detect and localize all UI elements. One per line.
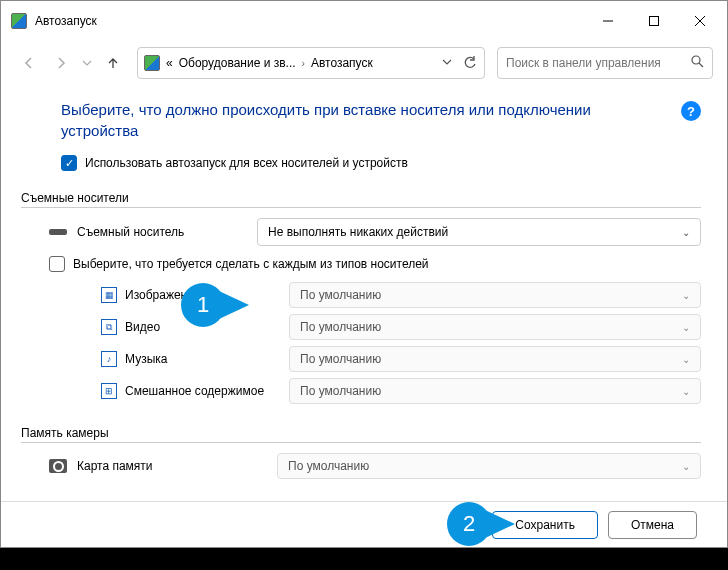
mixed-icon: ⊞ bbox=[101, 383, 117, 399]
chevron-down-icon: ⌄ bbox=[682, 322, 690, 333]
use-autoplay-checkbox[interactable]: ✓ bbox=[61, 155, 77, 171]
close-button[interactable] bbox=[677, 5, 723, 37]
music-dropdown[interactable]: По умолчанию ⌄ bbox=[289, 346, 701, 372]
breadcrumb-item[interactable]: Автозапуск bbox=[311, 56, 373, 70]
camera-memory-label: Карта памяти bbox=[77, 459, 267, 473]
minimize-button[interactable] bbox=[585, 5, 631, 37]
drive-icon bbox=[49, 225, 67, 239]
maximize-button[interactable] bbox=[631, 5, 677, 37]
video-icon: ⧉ bbox=[101, 319, 117, 335]
svg-rect-1 bbox=[650, 16, 659, 25]
use-autoplay-label: Использовать автозапуск для всех носител… bbox=[85, 156, 408, 170]
svg-point-4 bbox=[692, 56, 700, 64]
media-type-rows: ▦ Изображения По умолчанию ⌄ ⧉ Видео По … bbox=[101, 282, 701, 404]
chevron-right-icon: › bbox=[302, 58, 305, 69]
breadcrumb-item[interactable]: Оборудование и зв... bbox=[179, 56, 296, 70]
svg-line-5 bbox=[699, 63, 703, 67]
dropdown-value: Не выполнять никаких действий bbox=[268, 225, 448, 239]
dropdown-value: По умолчанию bbox=[300, 288, 381, 302]
choose-per-type-checkbox[interactable] bbox=[49, 256, 65, 272]
type-row-video: ⧉ Видео По умолчанию ⌄ bbox=[101, 314, 701, 340]
music-icon: ♪ bbox=[101, 351, 117, 367]
type-label: Смешанное содержимое bbox=[125, 384, 281, 398]
dropdown-value: По умолчанию bbox=[300, 384, 381, 398]
search-icon[interactable] bbox=[691, 55, 704, 71]
up-button[interactable] bbox=[99, 49, 127, 77]
section-removable-title: Съемные носители bbox=[21, 191, 701, 208]
section-camera-title: Память камеры bbox=[21, 426, 701, 443]
footer: 2 Сохранить Отмена bbox=[1, 501, 727, 547]
dropdown-value: По умолчанию bbox=[300, 320, 381, 334]
type-label: Музыка bbox=[125, 352, 281, 366]
chevron-down-icon: ⌄ bbox=[682, 227, 690, 238]
camera-icon bbox=[49, 459, 67, 473]
window-controls bbox=[585, 5, 723, 37]
images-dropdown[interactable]: По умолчанию ⌄ bbox=[289, 282, 701, 308]
save-button[interactable]: Сохранить bbox=[492, 511, 598, 539]
dropdown-value: По умолчанию bbox=[288, 459, 369, 473]
dropdown-value: По умолчанию bbox=[300, 352, 381, 366]
back-button[interactable] bbox=[15, 49, 43, 77]
breadcrumb-icon bbox=[144, 55, 160, 71]
autoplay-icon bbox=[11, 13, 27, 29]
camera-memory-dropdown[interactable]: По умолчанию ⌄ bbox=[277, 453, 701, 479]
search-input[interactable] bbox=[506, 56, 691, 70]
recent-dropdown-icon[interactable] bbox=[79, 49, 95, 77]
type-label: Изображения bbox=[125, 288, 281, 302]
video-dropdown[interactable]: По умолчанию ⌄ bbox=[289, 314, 701, 340]
content-area: ? Выберите, что должно происходить при в… bbox=[1, 85, 727, 501]
forward-button[interactable] bbox=[47, 49, 75, 77]
images-icon: ▦ bbox=[101, 287, 117, 303]
titlebar: Автозапуск bbox=[1, 1, 727, 41]
refresh-button[interactable] bbox=[462, 55, 478, 71]
type-row-music: ♪ Музыка По умолчанию ⌄ bbox=[101, 346, 701, 372]
breadcrumb-prefix: « bbox=[166, 56, 173, 70]
removable-drive-label: Съемный носитель bbox=[77, 225, 203, 239]
removable-drive-row: Съемный носитель Не выполнять никаких де… bbox=[49, 218, 701, 246]
type-row-images: ▦ Изображения По умолчанию ⌄ bbox=[101, 282, 701, 308]
help-button[interactable]: ? bbox=[681, 101, 701, 121]
page-heading: Выберите, что должно происходить при вст… bbox=[61, 99, 641, 141]
chevron-down-icon: ⌄ bbox=[682, 386, 690, 397]
chevron-down-icon: ⌄ bbox=[682, 461, 690, 472]
mixed-dropdown[interactable]: По умолчанию ⌄ bbox=[289, 378, 701, 404]
removable-drive-dropdown[interactable]: Не выполнять никаких действий ⌄ bbox=[257, 218, 701, 246]
window-title: Автозапуск bbox=[35, 14, 585, 28]
choose-per-type-label: Выберите, что требуется сделать с каждым… bbox=[73, 257, 429, 271]
chevron-down-icon: ⌄ bbox=[682, 354, 690, 365]
type-label: Видео bbox=[125, 320, 281, 334]
choose-per-type-row: Выберите, что требуется сделать с каждым… bbox=[49, 256, 701, 272]
chevron-down-icon: ⌄ bbox=[682, 290, 690, 301]
type-row-mixed: ⊞ Смешанное содержимое По умолчанию ⌄ bbox=[101, 378, 701, 404]
camera-memory-row: Карта памяти По умолчанию ⌄ bbox=[49, 453, 701, 479]
autoplay-window: Автозапуск « Оборудов bbox=[0, 0, 728, 548]
use-autoplay-row: ✓ Использовать автозапуск для всех носит… bbox=[61, 155, 701, 171]
search-box[interactable] bbox=[497, 47, 713, 79]
breadcrumb[interactable]: « Оборудование и зв... › Автозапуск bbox=[137, 47, 485, 79]
navbar: « Оборудование и зв... › Автозапуск bbox=[1, 41, 727, 85]
chevron-down-icon[interactable] bbox=[442, 56, 452, 70]
cancel-button[interactable]: Отмена bbox=[608, 511, 697, 539]
